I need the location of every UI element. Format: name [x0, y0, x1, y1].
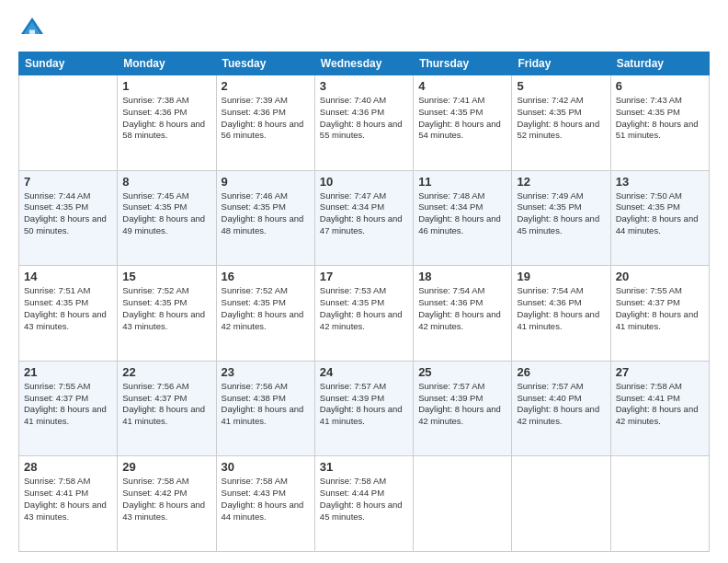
day-info: Sunrise: 7:55 AM Sunset: 4:37 PM Dayligh…: [24, 381, 112, 428]
svg-rect-2: [29, 30, 35, 36]
day-header-wednesday: Wednesday: [314, 52, 413, 75]
day-info: Sunrise: 7:55 AM Sunset: 4:37 PM Dayligh…: [616, 285, 704, 332]
day-info: Sunrise: 7:44 AM Sunset: 4:35 PM Dayligh…: [24, 190, 112, 237]
day-info: Sunrise: 7:58 AM Sunset: 4:42 PM Dayligh…: [122, 476, 210, 523]
calendar-cell: 13Sunrise: 7:50 AM Sunset: 4:35 PM Dayli…: [610, 170, 709, 266]
day-header-thursday: Thursday: [414, 52, 512, 75]
day-header-monday: Monday: [118, 52, 216, 75]
day-info: Sunrise: 7:52 AM Sunset: 4:35 PM Dayligh…: [222, 285, 310, 332]
calendar-cell: 1Sunrise: 7:38 AM Sunset: 4:36 PM Daylig…: [118, 75, 216, 171]
day-info: Sunrise: 7:54 AM Sunset: 4:36 PM Dayligh…: [418, 285, 506, 332]
day-number: 28: [24, 460, 112, 474]
week-row-0: 1Sunrise: 7:38 AM Sunset: 4:36 PM Daylig…: [19, 75, 710, 171]
day-info: Sunrise: 7:49 AM Sunset: 4:35 PM Dayligh…: [517, 190, 605, 237]
calendar-cell: [19, 75, 118, 171]
calendar-cell: [512, 456, 610, 552]
day-header-sunday: Sunday: [19, 52, 118, 75]
day-info: Sunrise: 7:51 AM Sunset: 4:35 PM Dayligh…: [24, 285, 112, 332]
day-info: Sunrise: 7:58 AM Sunset: 4:41 PM Dayligh…: [616, 381, 704, 428]
day-info: Sunrise: 7:50 AM Sunset: 4:35 PM Dayligh…: [616, 190, 704, 237]
calendar-cell: 27Sunrise: 7:58 AM Sunset: 4:41 PM Dayli…: [610, 361, 709, 456]
day-number: 13: [616, 175, 704, 189]
days-header-row: SundayMondayTuesdayWednesdayThursdayFrid…: [19, 52, 710, 75]
day-number: 21: [24, 365, 112, 379]
day-number: 27: [616, 365, 704, 379]
calendar-cell: 28Sunrise: 7:58 AM Sunset: 4:41 PM Dayli…: [19, 456, 118, 552]
calendar-cell: 16Sunrise: 7:52 AM Sunset: 4:35 PM Dayli…: [216, 266, 314, 362]
day-number: 12: [517, 175, 605, 189]
day-info: Sunrise: 7:58 AM Sunset: 4:41 PM Dayligh…: [24, 476, 112, 523]
calendar-cell: 26Sunrise: 7:57 AM Sunset: 4:40 PM Dayli…: [512, 361, 610, 456]
calendar-cell: 11Sunrise: 7:48 AM Sunset: 4:34 PM Dayli…: [414, 170, 512, 266]
day-number: 24: [320, 365, 408, 379]
header: [18, 15, 710, 42]
calendar-cell: 15Sunrise: 7:52 AM Sunset: 4:35 PM Dayli…: [118, 266, 216, 362]
day-number: 22: [122, 365, 210, 379]
calendar-cell: 4Sunrise: 7:41 AM Sunset: 4:35 PM Daylig…: [414, 75, 512, 171]
logo: [18, 15, 50, 42]
day-info: Sunrise: 7:43 AM Sunset: 4:35 PM Dayligh…: [616, 95, 704, 142]
calendar-cell: 2Sunrise: 7:39 AM Sunset: 4:36 PM Daylig…: [216, 75, 314, 171]
calendar-cell: 25Sunrise: 7:57 AM Sunset: 4:39 PM Dayli…: [414, 361, 512, 456]
calendar-cell: 22Sunrise: 7:56 AM Sunset: 4:37 PM Dayli…: [118, 361, 216, 456]
day-number: 5: [517, 79, 605, 93]
calendar-cell: [414, 456, 512, 552]
day-info: Sunrise: 7:46 AM Sunset: 4:35 PM Dayligh…: [222, 190, 310, 237]
calendar-cell: 14Sunrise: 7:51 AM Sunset: 4:35 PM Dayli…: [19, 266, 118, 362]
calendar-cell: 31Sunrise: 7:58 AM Sunset: 4:44 PM Dayli…: [314, 456, 413, 552]
calendar-cell: 18Sunrise: 7:54 AM Sunset: 4:36 PM Dayli…: [414, 266, 512, 362]
day-number: 14: [24, 270, 112, 283]
day-info: Sunrise: 7:56 AM Sunset: 4:38 PM Dayligh…: [222, 381, 310, 428]
day-number: 9: [222, 175, 310, 189]
day-info: Sunrise: 7:52 AM Sunset: 4:35 PM Dayligh…: [122, 285, 210, 332]
day-info: Sunrise: 7:54 AM Sunset: 4:36 PM Dayligh…: [517, 285, 605, 332]
logo-icon: [18, 15, 46, 42]
day-number: 8: [122, 175, 210, 189]
day-number: 20: [616, 270, 704, 283]
page: SundayMondayTuesdayWednesdayThursdayFrid…: [0, 0, 728, 563]
calendar-cell: 20Sunrise: 7:55 AM Sunset: 4:37 PM Dayli…: [610, 266, 709, 362]
day-number: 10: [320, 175, 408, 189]
week-row-2: 14Sunrise: 7:51 AM Sunset: 4:35 PM Dayli…: [19, 266, 710, 362]
day-number: 15: [122, 270, 210, 283]
day-header-tuesday: Tuesday: [216, 52, 314, 75]
calendar-cell: 30Sunrise: 7:58 AM Sunset: 4:43 PM Dayli…: [216, 456, 314, 552]
day-number: 31: [320, 460, 408, 474]
day-info: Sunrise: 7:41 AM Sunset: 4:35 PM Dayligh…: [418, 95, 506, 142]
day-header-friday: Friday: [512, 52, 610, 75]
day-info: Sunrise: 7:48 AM Sunset: 4:34 PM Dayligh…: [418, 190, 506, 237]
day-info: Sunrise: 7:57 AM Sunset: 4:39 PM Dayligh…: [418, 381, 506, 428]
day-number: 25: [418, 365, 506, 379]
day-number: 1: [122, 79, 210, 93]
calendar-cell: 29Sunrise: 7:58 AM Sunset: 4:42 PM Dayli…: [118, 456, 216, 552]
day-info: Sunrise: 7:58 AM Sunset: 4:44 PM Dayligh…: [320, 476, 408, 523]
calendar-cell: 21Sunrise: 7:55 AM Sunset: 4:37 PM Dayli…: [19, 361, 118, 456]
day-number: 11: [418, 175, 506, 189]
day-number: 26: [517, 365, 605, 379]
week-row-3: 21Sunrise: 7:55 AM Sunset: 4:37 PM Dayli…: [19, 361, 710, 456]
calendar-cell: 17Sunrise: 7:53 AM Sunset: 4:35 PM Dayli…: [314, 266, 413, 362]
calendar-cell: 5Sunrise: 7:42 AM Sunset: 4:35 PM Daylig…: [512, 75, 610, 171]
day-info: Sunrise: 7:38 AM Sunset: 4:36 PM Dayligh…: [122, 95, 210, 142]
calendar-cell: 19Sunrise: 7:54 AM Sunset: 4:36 PM Dayli…: [512, 266, 610, 362]
day-number: 19: [517, 270, 605, 283]
day-info: Sunrise: 7:40 AM Sunset: 4:36 PM Dayligh…: [320, 95, 408, 142]
day-header-saturday: Saturday: [610, 52, 709, 75]
week-row-1: 7Sunrise: 7:44 AM Sunset: 4:35 PM Daylig…: [19, 170, 710, 266]
day-info: Sunrise: 7:47 AM Sunset: 4:34 PM Dayligh…: [320, 190, 408, 237]
calendar-cell: 10Sunrise: 7:47 AM Sunset: 4:34 PM Dayli…: [314, 170, 413, 266]
day-info: Sunrise: 7:56 AM Sunset: 4:37 PM Dayligh…: [122, 381, 210, 428]
calendar-cell: 3Sunrise: 7:40 AM Sunset: 4:36 PM Daylig…: [314, 75, 413, 171]
day-number: 17: [320, 270, 408, 283]
day-info: Sunrise: 7:42 AM Sunset: 4:35 PM Dayligh…: [517, 95, 605, 142]
day-number: 16: [222, 270, 310, 283]
day-info: Sunrise: 7:57 AM Sunset: 4:40 PM Dayligh…: [517, 381, 605, 428]
calendar-cell: 8Sunrise: 7:45 AM Sunset: 4:35 PM Daylig…: [118, 170, 216, 266]
calendar-cell: 24Sunrise: 7:57 AM Sunset: 4:39 PM Dayli…: [314, 361, 413, 456]
day-number: 2: [222, 79, 310, 93]
day-number: 23: [222, 365, 310, 379]
day-number: 7: [24, 175, 112, 189]
calendar-cell: 23Sunrise: 7:56 AM Sunset: 4:38 PM Dayli…: [216, 361, 314, 456]
calendar-cell: 7Sunrise: 7:44 AM Sunset: 4:35 PM Daylig…: [19, 170, 118, 266]
calendar-cell: 6Sunrise: 7:43 AM Sunset: 4:35 PM Daylig…: [610, 75, 709, 171]
